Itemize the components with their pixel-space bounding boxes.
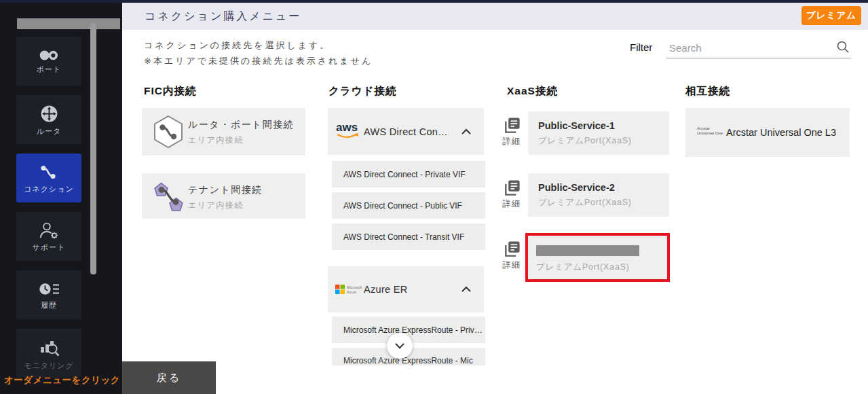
cloud-group-azure[interactable]: Microsoft Azure Azure ER: [328, 266, 484, 312]
back-button[interactable]: 戻る: [122, 361, 216, 394]
sidebar-item-label: コネクション: [24, 185, 74, 193]
detail-label: 詳細: [500, 136, 523, 147]
sidebar-scrollbar[interactable]: [90, 23, 96, 274]
dialog-titlebar: コネクション購入メニュー プレミアム: [122, 3, 868, 30]
port-icon: [39, 50, 59, 61]
sidebar-item-router[interactable]: ルータ: [16, 95, 81, 144]
svg-text:Microsoft: Microsoft: [347, 285, 362, 289]
cloud-option-label: AWS Direct Connect - Transit VIF: [343, 232, 464, 242]
sidebar-item-connection[interactable]: コネクション: [16, 154, 81, 202]
intro-line-1: コネクションの接続先を選択します。: [144, 39, 331, 52]
azure-logo: Microsoft Azure: [335, 284, 362, 296]
svg-text:aws: aws: [336, 121, 358, 134]
cloud-option-aws-transit-vif[interactable]: AWS Direct Connect - Transit VIF: [332, 223, 485, 250]
option-title: テナント間接続: [188, 184, 263, 196]
detail-label: 詳細: [500, 198, 523, 210]
cloud-option-label: Microsoft Azure ExpressRoute - Mic: [343, 356, 473, 365]
option-card-tenant-connection[interactable]: テナント間接続 エリア内接続: [142, 173, 305, 219]
order-menu-hint: オーダメニューをクリック: [4, 374, 121, 387]
sidebar-item-monitoring[interactable]: モニタリング: [16, 329, 81, 378]
detail-pages-icon: [502, 178, 522, 198]
interconnect-title: Arcstar Universal One L3: [726, 108, 836, 157]
chevron-down-icon: [394, 342, 405, 349]
cloud-option-label: AWS Direct Connect - Private VIF: [343, 170, 466, 179]
history-clock-list-icon: [39, 281, 60, 297]
column-header-interconnect: 相互接続: [685, 84, 730, 98]
sidebar-item-label: モニタリング: [24, 362, 74, 370]
filter-label: Filter: [630, 41, 652, 53]
detail-button-redacted-service[interactable]: 詳細: [500, 239, 523, 271]
xaas-subtitle: プレミアムPort(XaaS): [538, 135, 632, 147]
page-title: コネクション購入メニュー: [145, 3, 301, 30]
xaas-card-public-service-1[interactable]: Public-Service-1 プレミアムPort(XaaS): [528, 111, 669, 155]
aws-logo: aws: [335, 120, 362, 141]
cloud-group-title: Azure ER: [364, 266, 407, 312]
redacted-service-name: [536, 245, 639, 256]
hexagon-connection-icon: [151, 114, 186, 149]
sidebar-item-port[interactable]: ポート: [16, 37, 81, 86]
detail-button-public-service-1[interactable]: 詳細: [500, 115, 523, 147]
xaas-subtitle: プレミアムPort(XaaS): [538, 197, 632, 209]
sidebar-item-label: ルータ: [37, 128, 62, 135]
xaas-card-public-service-2[interactable]: Public-Service-2 プレミアムPort(XaaS): [528, 173, 669, 217]
premium-badge-button[interactable]: プレミアム: [801, 6, 861, 25]
redacted-tenant-name: [17, 18, 120, 29]
detail-button-public-service-2[interactable]: 詳細: [500, 178, 523, 210]
xaas-title: Public-Service-1: [538, 120, 615, 131]
cloud-group-aws[interactable]: aws AWS Direct Con…: [328, 108, 484, 155]
connection-icon: [39, 164, 59, 181]
sidebar-item-label: サポート: [33, 244, 66, 251]
window-top-strip: [0, 0, 868, 3]
search-icon[interactable]: [836, 40, 850, 54]
cloud-option-label: Microsoft Azure ExpressRoute - Priv…: [343, 325, 483, 335]
monitoring-chart-magnifier-icon: [39, 338, 60, 357]
cloud-option-label: AWS Direct Connect - Public VIF: [343, 201, 462, 211]
option-subtitle: エリア内接続: [188, 200, 244, 211]
chevron-up-icon[interactable]: [461, 128, 472, 135]
cloud-option-aws-public-vif[interactable]: AWS Direct Connect - Public VIF: [332, 192, 485, 219]
option-title: ルータ・ポート間接続: [188, 119, 294, 131]
search-field-wrap: [666, 37, 851, 58]
intro-line-2: ※本エリアで未提供の接続先は表示されません: [144, 55, 373, 67]
sidebar: ポート ルータ: [0, 0, 122, 394]
chevron-up-icon[interactable]: [461, 286, 472, 293]
scroll-more-button[interactable]: [387, 333, 413, 359]
sidebar-item-support[interactable]: サポート: [16, 212, 81, 261]
column-header-xaas: XaaS接続: [507, 84, 558, 98]
sidebar-item-history[interactable]: 履歴: [16, 270, 81, 319]
detail-label: 詳細: [500, 259, 523, 271]
svg-text:Azure: Azure: [347, 290, 356, 294]
cloud-group-title: AWS Direct Con…: [364, 108, 448, 155]
detail-pages-icon: [502, 115, 522, 135]
detail-pages-icon: [502, 239, 522, 259]
column-header-cloud: クラウド接続: [328, 84, 396, 98]
arcstar-logo: Arcstar Universal One: [697, 126, 723, 136]
search-input[interactable]: [668, 38, 832, 57]
interconnect-card-arcstar[interactable]: Arcstar Universal One Arcstar Universal …: [685, 108, 850, 157]
cloud-option-aws-private-vif[interactable]: AWS Direct Connect - Private VIF: [332, 161, 485, 187]
xaas-card-redacted-highlighted[interactable]: プレミアムPort(XaaS): [525, 233, 670, 282]
sidebar-item-label: ポート: [37, 66, 62, 73]
support-person-gear-icon: [39, 221, 59, 239]
router-icon: [40, 105, 58, 123]
column-header-fic: FIC内接続: [144, 84, 196, 98]
xaas-title: Public-Service-2: [538, 182, 615, 193]
option-subtitle: エリア内接続: [188, 135, 244, 146]
option-card-router-port-connection[interactable]: ルータ・ポート間接続 エリア内接続: [142, 108, 305, 156]
sidebar-item-label: 履歴: [41, 302, 57, 309]
xaas-subtitle: プレミアムPort(XaaS): [536, 262, 630, 273]
tenant-connection-icon: [151, 178, 186, 213]
